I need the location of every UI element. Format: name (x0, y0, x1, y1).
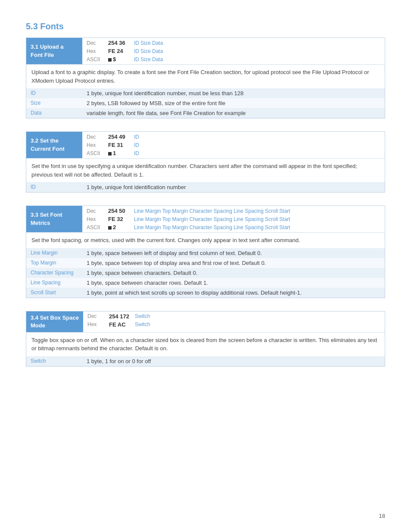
param-name: Character Spacing (26, 268, 82, 278)
param-row: Line Margin1 byte, space between left of… (26, 248, 385, 258)
row-params: ID Size Data (134, 56, 163, 62)
cmd-row: Dec254 50Line Margin Top Margin Characte… (82, 207, 385, 215)
row-label: ASCII (87, 150, 108, 156)
section-3.3: 3.3 Set Font MetricsDec254 50Line Margin… (26, 205, 385, 298)
param-table: ID1 byte, unique font identification num… (26, 88, 385, 118)
row-params: ID (134, 142, 139, 148)
row-label: Hex (87, 321, 109, 327)
row-code: FE 32 (108, 216, 134, 222)
row-code: $ (108, 56, 134, 62)
param-desc: 1 byte, unique font identification numbe… (82, 182, 385, 192)
param-row: ID1 byte, unique font identification num… (26, 182, 385, 192)
row-code: 2 (108, 224, 134, 230)
cmd-description: Upload a font to a graphic display. To c… (26, 65, 385, 88)
row-label: Dec (87, 208, 108, 214)
row-params: Line Margin Top Margin Character Spacing… (134, 208, 290, 214)
param-desc: 1 byte, space between character rows. De… (82, 278, 385, 288)
row-label: Dec (87, 134, 108, 140)
section-3.4: 3.4 Set Box Space ModeDec254 172SwitchHe… (26, 311, 385, 367)
row-code: FE 31 (108, 142, 134, 148)
section-title: 5.3 Fonts (26, 22, 385, 31)
row-label: Hex (87, 142, 108, 148)
cmd-row: HexFE 31ID (82, 141, 385, 149)
param-name: ID (26, 182, 82, 192)
cmd-row: HexFE 32Line Margin Top Margin Character… (82, 215, 385, 223)
param-desc: 1 byte, 1 for on or 0 for off (82, 356, 385, 366)
cmd-row: Dec254 49ID (82, 133, 385, 141)
row-code: 254 49 (108, 134, 134, 140)
param-desc: 1 byte, point at which text scrolls up s… (82, 288, 385, 298)
param-name: Line Spacing (26, 278, 82, 288)
row-params: Switch (135, 321, 150, 327)
row-label: Dec (87, 40, 108, 46)
cmd-row: ASCII$ID Size Data (82, 55, 385, 63)
row-params: ID Size Data (134, 48, 163, 54)
cmd-name: 3.3 Set Font Metrics (26, 206, 82, 232)
param-table: ID1 byte, unique font identification num… (26, 182, 385, 192)
cmd-description: Set the font spacing, or metrics, used w… (26, 233, 385, 248)
row-code: 254 36 (108, 40, 134, 46)
row-code: FE 24 (108, 48, 134, 54)
param-row: Size2 bytes, LSB followed by MSB, size o… (26, 98, 385, 108)
cmd-name: 3.4 Set Box Space Mode (26, 311, 83, 332)
cmd-row: ASCII2Line Margin Top Margin Character S… (82, 223, 385, 231)
param-desc: 2 bytes, LSB followed by MSB, size of th… (82, 98, 385, 108)
cmd-description: Set the font in use by specifying a uniq… (26, 159, 385, 182)
row-params: ID Size Data (134, 40, 163, 46)
row-code: 254 50 (108, 208, 134, 214)
row-label: Dec (87, 313, 109, 319)
row-code: 1 (108, 150, 134, 156)
cmd-row: HexFE ACSwitch (83, 320, 385, 329)
param-table: Switch1 byte, 1 for on or 0 for off (26, 356, 385, 366)
row-params: ID (134, 134, 139, 140)
param-row: Datavariable length, font file data, see… (26, 108, 385, 118)
section-3.2: 3.2 Set the Current FontDec254 49IDHexFE… (26, 131, 385, 193)
row-label: Hex (87, 48, 108, 54)
row-label: Hex (87, 216, 108, 222)
param-row: Switch1 byte, 1 for on or 0 for off (26, 356, 385, 366)
param-name: Size (26, 98, 82, 108)
cmd-row: ASCII1ID (82, 149, 385, 157)
row-params: Line Margin Top Margin Character Spacing… (134, 224, 290, 230)
cmd-name: 3.1 Upload a Font File (26, 38, 82, 64)
param-desc: 1 byte, space between top of display are… (82, 258, 385, 268)
param-desc: 1 byte, space between characters. Defaul… (82, 268, 385, 278)
param-row: Line Spacing1 byte, space between charac… (26, 278, 385, 288)
row-params: Line Margin Top Margin Character Spacing… (134, 216, 290, 222)
cmd-description: Toggle box space on or off. When on, a c… (26, 333, 385, 356)
param-name: Switch (26, 356, 82, 366)
row-label: ASCII (87, 224, 108, 230)
cmd-row: Dec254 36ID Size Data (82, 39, 385, 47)
cmd-row: HexFE 24ID Size Data (82, 47, 385, 55)
row-params: Switch (135, 313, 150, 319)
row-code: 254 172 (109, 313, 135, 320)
cmd-name: 3.2 Set the Current Font (26, 132, 82, 158)
param-row: Top Margin1 byte, space between top of d… (26, 258, 385, 268)
param-desc: variable length, font file data, see Fon… (82, 108, 385, 118)
row-label: ASCII (87, 56, 108, 62)
param-row: Scroll Start1 byte, point at which text … (26, 288, 385, 298)
param-name: ID (26, 88, 82, 98)
param-row: ID1 byte, unique font identification num… (26, 88, 385, 98)
param-table: Line Margin1 byte, space between left of… (26, 248, 385, 298)
param-name: Data (26, 108, 82, 118)
param-name: Top Margin (26, 258, 82, 268)
param-row: Character Spacing1 byte, space between c… (26, 268, 385, 278)
row-params: ID (134, 150, 139, 156)
cmd-row: Dec254 172Switch (83, 312, 385, 320)
section-3.1: 3.1 Upload a Font FileDec254 36ID Size D… (26, 37, 385, 118)
param-desc: 1 byte, space between left of display an… (82, 248, 385, 258)
param-name: Scroll Start (26, 288, 82, 298)
page-number: 18 (379, 513, 385, 519)
row-code: FE AC (109, 321, 135, 328)
param-desc: 1 byte, unique font identification numbe… (82, 88, 385, 98)
param-name: Line Margin (26, 248, 82, 258)
